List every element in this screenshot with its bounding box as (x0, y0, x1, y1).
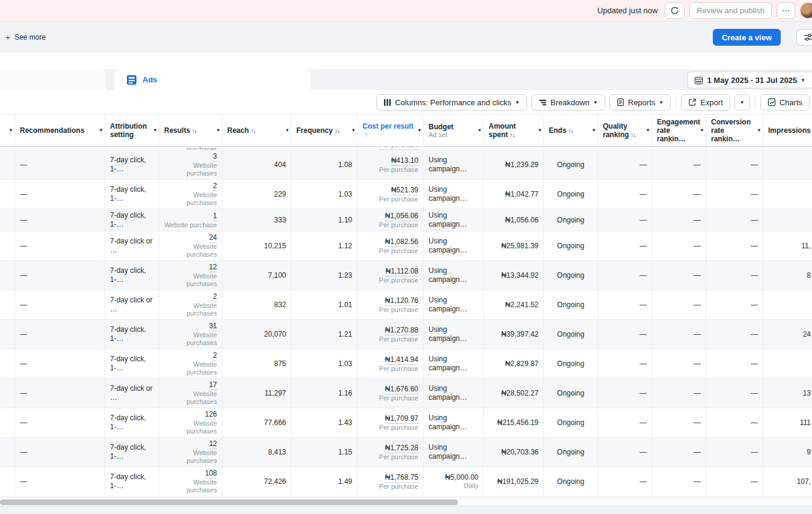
cell-engagement: — (652, 209, 706, 231)
column-menu-icon[interactable]: ▾ (593, 126, 595, 135)
plus-icon: + (5, 32, 10, 42)
cell-select (0, 231, 15, 260)
header-ends[interactable]: Ends↑↓▾ (544, 115, 598, 146)
tab-partial[interactable] (0, 69, 106, 90)
table-row[interactable]: —7-day click or …2Website purchases8321.… (0, 290, 812, 320)
cell-conversion: — (706, 349, 763, 378)
review-and-publish-button[interactable]: Review and publish (689, 2, 772, 19)
horizontal-scrollbar[interactable] (0, 499, 812, 506)
refresh-button[interactable] (665, 2, 685, 19)
cell-budget: Using campaign… (424, 180, 484, 209)
header-engagement[interactable]: Engagement rate rankin…▾ (652, 115, 706, 146)
cell-ends: Ongoing (544, 349, 598, 378)
cell-quality: — (598, 408, 652, 437)
header-budget[interactable]: BudgetAd set▾ (424, 115, 484, 146)
table-row[interactable]: —7-day click, 1-…31Website purchases20,0… (0, 320, 812, 349)
table-row[interactable]: —7-day click or …24Website purchases10,2… (0, 231, 812, 261)
sort-icon[interactable]: ↑↓ (335, 127, 340, 134)
chevron-down-icon: ▼ (515, 100, 520, 105)
avatar[interactable] (800, 2, 812, 19)
cell-engagement: — (652, 261, 706, 290)
see-more-link[interactable]: + See more (5, 32, 46, 42)
column-menu-icon[interactable]: ▾ (100, 126, 102, 135)
cell-conversion: — (706, 231, 763, 260)
columns-button[interactable]: Columns: Performance and clicks ▼ (376, 94, 527, 111)
column-menu-icon[interactable]: ▾ (154, 126, 156, 135)
column-menu-icon[interactable]: ▾ (217, 126, 219, 135)
reports-button[interactable]: Reports ▼ (609, 94, 671, 111)
cell-attribution: 7-day click, 1-… (105, 180, 159, 209)
sort-icon[interactable]: ↑↓ (251, 127, 255, 134)
cell-quality: — (598, 349, 652, 378)
header-impressions[interactable]: Impressions↑↓ (763, 115, 812, 146)
header-results[interactable]: Results↑↓▾ (159, 115, 222, 146)
table-row[interactable]: —7-day click, 1-…126Website purchases77,… (0, 408, 812, 438)
column-menu-icon[interactable]: ▾ (10, 126, 12, 135)
cell-spent: ₦39,397.42 (484, 320, 544, 349)
column-menu-icon[interactable]: ▾ (286, 126, 288, 135)
header-frequency[interactable]: Frequency↑↓▾ (292, 115, 358, 146)
cell-recommendations: — (15, 467, 105, 496)
sort-icon[interactable]: ↑↓ (630, 132, 635, 138)
column-menu-icon[interactable]: ▾ (758, 126, 760, 135)
create-a-view-button[interactable]: Create a view (713, 29, 781, 46)
cell-frequency: 1.15 (292, 438, 358, 467)
cell-ends: Ongoing (544, 467, 598, 496)
cell-frequency: 1.12 (292, 231, 358, 260)
columns-icon (383, 99, 391, 106)
cell-budget: Using campaign… (424, 261, 484, 290)
cell-budget: Using campaign… (424, 150, 484, 179)
column-menu-icon[interactable]: ▾ (539, 126, 541, 135)
table-row[interactable]: —7-day click or …17Website purchases11,2… (0, 379, 812, 408)
cell-recommendations: — (15, 349, 105, 378)
column-menu-icon[interactable]: ▾ (352, 126, 355, 135)
table-row[interactable]: —7-day click, 1-…3Website purchases4041.… (0, 150, 812, 180)
export-button[interactable]: Export (681, 94, 730, 111)
table-row[interactable]: —7-day click, 1-…12Website purchases7,10… (0, 261, 812, 290)
sort-icon[interactable]: ↑↓ (510, 132, 514, 138)
header-label-ends: Ends↑↓ (549, 126, 588, 135)
refresh-icon (670, 6, 679, 15)
cell-cost: ₦1,768.75Per purchase (358, 467, 424, 496)
column-menu-icon[interactable]: ▾ (478, 126, 481, 135)
header-spent[interactable]: Amount spent↑↓▾ (484, 115, 544, 146)
header-quality[interactable]: Quality ranking↑↓▾ (598, 115, 652, 146)
table-row[interactable]: —7-day click, 1-…108Website purchases72,… (0, 467, 812, 497)
export-options-button[interactable]: ▼ (734, 94, 750, 111)
column-menu-icon[interactable]: ▾ (701, 126, 703, 135)
more-options-button[interactable]: ⋯ (777, 2, 795, 19)
breakdown-button[interactable]: Breakdown ▼ (531, 94, 605, 111)
header-select[interactable]: ▾ (0, 115, 15, 146)
table-row[interactable]: —7-day click, 1-…2Website purchases2291.… (0, 180, 812, 209)
date-range-button[interactable]: 1 May 2025 - 31 Jul 2025 ▼ (687, 72, 812, 88)
chevron-down-icon: ▼ (659, 100, 664, 105)
column-menu-icon[interactable]: ▾ (647, 126, 649, 135)
header-cost[interactable]: Cost per result↑▾ (358, 115, 424, 146)
cell-conversion (706, 147, 763, 150)
cell-conversion: — (706, 408, 763, 437)
cell-results: 126Website purchases (159, 408, 222, 437)
charts-button[interactable]: Charts (760, 94, 810, 111)
cell-cost: Per purchase (358, 147, 424, 150)
header-conversion[interactable]: Conversion rate rankin…▾ (706, 115, 763, 146)
cell-spent: ₦25,981.39 (484, 231, 544, 260)
tab-ads[interactable]: Ads (115, 69, 310, 90)
column-menu-icon[interactable]: ▾ (418, 126, 421, 135)
cell-impressions (763, 290, 812, 319)
header-attribution[interactable]: Attribution setting▾ (105, 115, 159, 146)
table-row[interactable]: —7-day click, 1-…2Website purchases8751.… (0, 349, 812, 379)
cell-budget: ₦5,000.00Daily (424, 467, 484, 496)
sort-ascending-icon[interactable]: ↑ (364, 130, 414, 139)
header-reach[interactable]: Reach↑↓▾ (222, 115, 292, 146)
sort-icon[interactable]: ↑↓ (192, 127, 197, 134)
scrollbar-thumb[interactable] (0, 500, 458, 505)
header-recommendations[interactable]: Recommendations▾ (15, 115, 105, 146)
toolbar-divider (676, 96, 676, 109)
cell-engagement: — (652, 408, 706, 437)
table-row[interactable]: —7-day click, 1-…12Website purchases8,41… (0, 438, 812, 467)
view-settings-button[interactable] (796, 29, 812, 46)
cell-engagement: — (652, 438, 706, 467)
cell-select (0, 150, 15, 179)
table-row[interactable]: —7-day click, 1-…1Website purchase3331.1… (0, 209, 812, 231)
sort-icon[interactable]: ↑↓ (568, 127, 573, 134)
